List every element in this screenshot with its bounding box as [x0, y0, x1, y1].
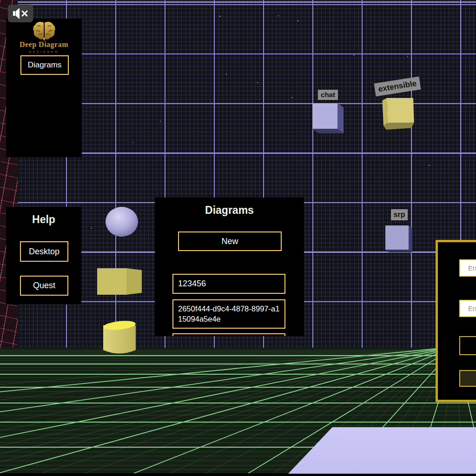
connect-box-3[interactable]	[459, 336, 476, 355]
node-label-srp: srp	[391, 209, 408, 220]
node-label-chat: chat	[318, 90, 338, 100]
new-diagram-button[interactable]: New	[178, 231, 282, 251]
brand-subtitle: DESIGNER	[6, 50, 82, 53]
diagram-list-item-partial[interactable]	[172, 333, 285, 336]
desktop-help-button[interactable]: Desktop	[20, 241, 68, 262]
diagrams-menu-button[interactable]: Diagrams	[20, 55, 69, 75]
connect-field-2[interactable]	[459, 300, 476, 317]
diagrams-panel: Diagrams New 2650f444-d9c4-4878-8997-a11…	[155, 198, 304, 336]
brand-title: Deep Diagram	[6, 40, 82, 49]
help-title: Help	[6, 213, 81, 226]
speaker-muted-icon	[12, 7, 29, 20]
vr-scene: chat extensible srp Deep Diagram DESIGNE…	[0, 0, 476, 476]
mute-toggle-button[interactable]	[8, 5, 33, 22]
connect-field-1[interactable]	[459, 259, 476, 277]
brand-panel: Deep Diagram DESIGNER Diagrams	[6, 19, 82, 157]
connect-panel	[436, 240, 476, 402]
diagrams-title: Diagrams	[155, 204, 304, 217]
quest-help-button[interactable]: Quest	[20, 276, 68, 296]
help-panel: Help Desktop Quest	[6, 207, 81, 304]
brain-logo-icon	[6, 21, 82, 41]
diagram-code-field[interactable]	[172, 274, 285, 294]
connect-box-4[interactable]	[459, 370, 476, 387]
lavender-platform	[288, 427, 476, 474]
diagram-uuid-item[interactable]: 2650f444-d9c4-4878-8997-a115094a5e4e	[172, 299, 285, 329]
